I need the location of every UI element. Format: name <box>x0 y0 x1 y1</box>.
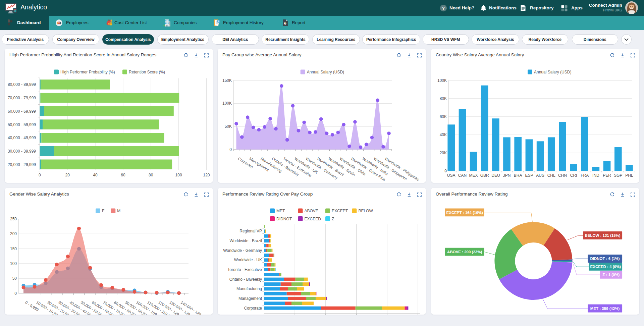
svg-text:0: 0 <box>229 147 232 152</box>
svg-text:PHL: PHL <box>625 173 633 178</box>
svg-text:50,000 - 59,999: 50,000 - 59,999 <box>8 122 36 127</box>
svg-text:Annual Salary (USD): Annual Salary (USD) <box>307 70 344 74</box>
svg-text:Z: Z <box>332 217 334 221</box>
svg-text:100K: 100K <box>437 78 447 83</box>
svg-text:ABOVE : 200 (23%): ABOVE : 200 (23%) <box>447 250 482 254</box>
svg-text:Z : 1 (0%): Z : 1 (0%) <box>602 273 620 277</box>
svg-text:100: 100 <box>10 261 17 266</box>
svg-text:150K: 150K <box>222 78 232 83</box>
svg-text:AUS: AUS <box>536 173 544 178</box>
svg-text:DIDNOT : 6 (1%): DIDNOT : 6 (1%) <box>590 257 620 261</box>
svg-text:70,000 - 79,999: 70,000 - 79,999 <box>8 96 36 100</box>
svg-text:Worldwide - Germany: Worldwide - Germany <box>223 248 262 253</box>
svg-text:EXCEPT : 164 (19%): EXCEPT : 164 (19%) <box>446 211 483 215</box>
svg-text:USA: USA <box>447 173 455 178</box>
svg-text:FRA: FRA <box>581 173 589 178</box>
svg-text:40: 40 <box>93 173 98 177</box>
svg-text:50K: 50K <box>225 124 232 129</box>
svg-text:PER: PER <box>603 173 611 178</box>
svg-text:M: M <box>117 209 120 213</box>
svg-text:60,000 - 69,999: 60,000 - 69,999 <box>8 109 36 114</box>
svg-text:F: F <box>102 209 104 213</box>
svg-text:CHL: CHL <box>547 173 555 178</box>
svg-text:DIDNOT: DIDNOT <box>276 217 292 221</box>
svg-text:Management: Management <box>238 296 262 301</box>
svg-text:Retention Score (%): Retention Score (%) <box>129 70 165 74</box>
svg-text:100: 100 <box>175 173 182 177</box>
svg-text:MEX: MEX <box>469 173 478 178</box>
svg-text:CRI: CRI <box>570 173 577 178</box>
svg-text:Worldwide - Brazil: Worldwide - Brazil <box>230 238 262 243</box>
svg-text:80K: 80K <box>440 96 447 101</box>
svg-text:MET : 359 (42%): MET : 359 (42%) <box>590 307 620 311</box>
svg-text:40K: 40K <box>440 132 447 137</box>
svg-text:High Performer Probability (%): High Performer Probability (%) <box>60 70 115 74</box>
svg-text:EXCEED : 4 (0%): EXCEED : 4 (0%) <box>590 265 621 269</box>
svg-text:MET: MET <box>276 209 285 213</box>
svg-text:20,000 - 29,999: 20,000 - 29,999 <box>8 162 36 167</box>
svg-text:Annual Salary (USD): Annual Salary (USD) <box>534 70 571 74</box>
svg-text:20: 20 <box>65 173 70 177</box>
svg-text:?: ? <box>442 6 445 11</box>
svg-text:40,000 - 49,999: 40,000 - 49,999 <box>8 135 36 140</box>
svg-text:30,000 - 39,999: 30,000 - 39,999 <box>8 149 36 154</box>
svg-text:BELOW : 131 (15%): BELOW : 131 (15%) <box>585 233 621 237</box>
svg-text:80,000 - 89,999: 80,000 - 89,999 <box>8 82 36 87</box>
svg-text:EXCEPT: EXCEPT <box>332 209 348 213</box>
svg-text:60K: 60K <box>440 114 447 119</box>
svg-text:ABOVE: ABOVE <box>305 209 318 213</box>
svg-text:Manufacturing: Manufacturing <box>236 286 262 291</box>
svg-text:JPN: JPN <box>503 173 511 178</box>
svg-text:60: 60 <box>121 173 125 177</box>
svg-text:GBR: GBR <box>480 173 489 178</box>
svg-text:Ontario - Biweekly: Ontario - Biweekly <box>229 277 262 282</box>
svg-text:0: 0 <box>39 173 41 177</box>
svg-text:ESP: ESP <box>525 173 533 178</box>
svg-text:50: 50 <box>12 276 17 281</box>
svg-text:Regional VP: Regional VP <box>239 229 262 233</box>
svg-text:Corporate: Corporate <box>244 306 262 311</box>
svg-text:Worldwide - UK: Worldwide - UK <box>234 258 262 262</box>
svg-text:20K: 20K <box>440 151 447 155</box>
svg-text:80: 80 <box>149 173 153 177</box>
svg-text:120: 120 <box>203 173 210 177</box>
svg-text:BELOW: BELOW <box>358 209 373 213</box>
svg-text:250: 250 <box>10 217 17 221</box>
svg-text:EXCEED: EXCEED <box>305 217 321 221</box>
svg-text:Toronto - Executive: Toronto - Executive <box>227 267 262 272</box>
svg-text:DEU: DEU <box>491 173 500 178</box>
svg-text:200: 200 <box>10 231 17 236</box>
svg-text:150: 150 <box>10 247 17 251</box>
svg-text:BRA: BRA <box>514 173 522 178</box>
svg-text:100K: 100K <box>222 101 232 106</box>
svg-text:CHN: CHN <box>558 173 567 178</box>
svg-text:CAN: CAN <box>458 173 467 178</box>
svg-text:0: 0 <box>14 291 17 296</box>
svg-text:SGP: SGP <box>614 173 622 178</box>
svg-text:IND: IND <box>592 173 599 178</box>
